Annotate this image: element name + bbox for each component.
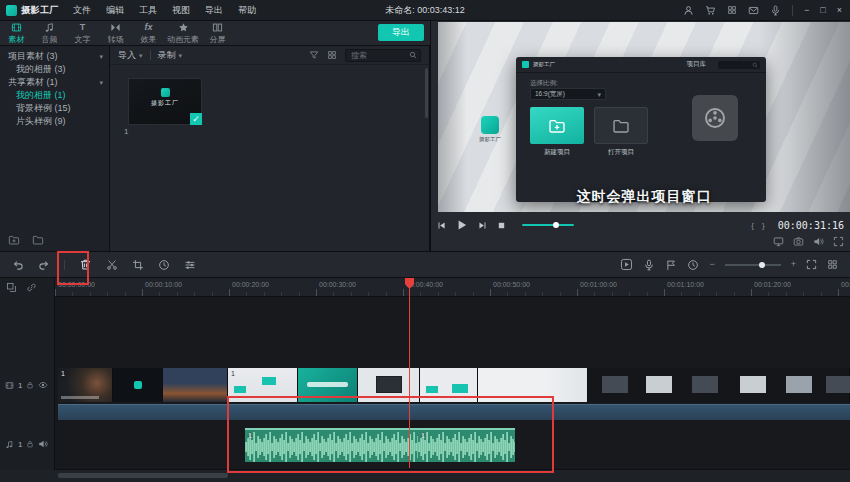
tab-splitscreen[interactable]: 分屏: [201, 22, 234, 45]
track-number: 1: [18, 381, 22, 390]
timeline-clip[interactable]: [358, 368, 420, 402]
eye-icon[interactable]: [38, 380, 48, 390]
timeline-clip[interactable]: [420, 368, 478, 402]
maximize-button[interactable]: □: [820, 6, 825, 15]
redo-icon[interactable]: [38, 259, 50, 271]
account-icon[interactable]: [683, 5, 694, 16]
sidebar-item-my-album[interactable]: 我的相册 (3): [0, 63, 109, 76]
undo-icon[interactable]: [12, 259, 24, 271]
sidebar-item-shared-media[interactable]: 共享素材 (1) ▾: [0, 76, 109, 89]
play-button[interactable]: [456, 219, 468, 231]
app-logo-icon: [161, 88, 170, 97]
playhead[interactable]: [409, 278, 410, 468]
folder-icon[interactable]: [32, 234, 44, 246]
manage-tracks-icon[interactable]: [6, 282, 17, 293]
check-icon: ✓: [190, 113, 202, 125]
speed-duration-icon[interactable]: [158, 259, 170, 271]
zoom-out-icon[interactable]: −: [709, 260, 714, 269]
speaker-icon[interactable]: [38, 439, 48, 449]
media-clip-thumbnail[interactable]: 摄影工厂 ✓: [128, 78, 202, 125]
volume-slider-handle[interactable]: [553, 222, 559, 228]
volume-slider[interactable]: [522, 224, 574, 226]
timeline-clip[interactable]: [478, 368, 588, 402]
store-cart-icon[interactable]: [705, 5, 716, 16]
timeline-clip[interactable]: 1: [228, 368, 298, 402]
snapshot-camera-icon[interactable]: [793, 236, 804, 247]
project-window-titlebar: 摄影工厂 项目库: [516, 57, 766, 73]
filter-icon[interactable]: [309, 50, 319, 60]
collapsed-track[interactable]: [58, 404, 850, 420]
minimize-button[interactable]: −: [804, 6, 809, 15]
tab-elements[interactable]: 动画元素: [165, 22, 201, 45]
timeline-clip[interactable]: [113, 368, 163, 402]
link-icon[interactable]: [26, 282, 37, 293]
adjust-sliders-icon[interactable]: [184, 259, 196, 271]
display-mode-icon[interactable]: [773, 236, 784, 247]
tab-text[interactable]: T 文字: [66, 22, 99, 45]
scrollbar[interactable]: [425, 68, 428, 118]
audio-clip[interactable]: 1: [418, 428, 515, 462]
app-logo-icon: [481, 116, 499, 134]
search-input[interactable]: [349, 50, 406, 61]
lock-icon[interactable]: [26, 440, 34, 448]
menu-file[interactable]: 文件: [73, 4, 91, 17]
timeline-clip[interactable]: [163, 368, 228, 402]
speaker-icon[interactable]: [813, 236, 824, 247]
timeline-clip[interactable]: [588, 368, 850, 402]
timeline-zoom-slider[interactable]: [725, 264, 781, 266]
lock-icon[interactable]: [26, 381, 34, 389]
menu-view[interactable]: 视图: [172, 4, 190, 17]
marker-flag-icon[interactable]: [665, 259, 677, 271]
app-name: 摄影工厂: [21, 4, 59, 17]
tab-effects[interactable]: fx 效果: [132, 22, 165, 45]
zoom-slider-handle[interactable]: [759, 262, 765, 268]
sidebar-item-my-album-shared[interactable]: 我的相册 (1): [0, 89, 109, 102]
search-box: [718, 61, 760, 69]
mark-in-out-icon[interactable]: { }: [751, 221, 768, 230]
new-folder-icon[interactable]: [8, 234, 20, 246]
audio-track-header: 1: [0, 434, 55, 454]
tab-media[interactable]: 素材: [0, 22, 33, 45]
import-dropdown[interactable]: 导入 ▾: [118, 49, 143, 62]
export-button[interactable]: 导出: [378, 24, 424, 41]
split-scissors-icon[interactable]: [106, 259, 118, 271]
track-number: 1: [18, 440, 22, 449]
sidebar-item-background-samples[interactable]: 背景样例 (15): [0, 102, 109, 115]
feedback-mail-icon[interactable]: [748, 5, 759, 16]
tab-audio[interactable]: 音频: [33, 22, 66, 45]
render-preview-icon[interactable]: [620, 258, 633, 271]
fullscreen-icon[interactable]: [833, 236, 844, 247]
audio-clip[interactable]: 1: [245, 428, 418, 462]
clip-name: 1: [124, 127, 128, 136]
crop-icon[interactable]: [132, 259, 144, 271]
sidebar-item-intro-samples[interactable]: 片头样例 (9): [0, 115, 109, 128]
record-dropdown[interactable]: 录制 ▾: [158, 49, 183, 62]
timeline-clip[interactable]: [298, 368, 358, 402]
zoom-in-icon[interactable]: +: [791, 260, 796, 269]
grid-view-icon[interactable]: [327, 50, 337, 60]
delete-trash-icon[interactable]: [79, 258, 92, 271]
tab-transition[interactable]: 转场: [99, 22, 132, 45]
layout-icon[interactable]: [727, 5, 737, 15]
sidebar-item-project-media[interactable]: 项目素材 (3) ▾: [0, 50, 109, 63]
video-track-header: 1: [0, 375, 55, 395]
voiceover-mic-icon[interactable]: [643, 259, 655, 271]
timeline-clip[interactable]: 1: [58, 368, 113, 402]
timeline-ruler[interactable]: 00:00:00:00 00:00:10:00 00:00:20:00 00:0…: [55, 278, 850, 297]
next-frame-button[interactable]: [478, 221, 487, 230]
menu-edit[interactable]: 编辑: [106, 4, 124, 17]
stop-button[interactable]: [497, 221, 506, 230]
effects-icon: fx: [144, 22, 152, 33]
desktop-shortcut: 摄影工厂: [468, 116, 512, 143]
timer-icon[interactable]: [687, 259, 699, 271]
close-button[interactable]: ×: [837, 6, 842, 15]
timeline-horizontal-scrollbar[interactable]: [58, 473, 228, 478]
menu-export[interactable]: 导出: [205, 4, 223, 17]
menu-help[interactable]: 帮助: [238, 4, 256, 17]
menu-tools[interactable]: 工具: [139, 4, 157, 17]
mic-icon[interactable]: [770, 5, 781, 16]
fit-timeline-icon[interactable]: [806, 259, 817, 270]
track-view-icon[interactable]: [827, 259, 838, 270]
previous-frame-button[interactable]: [437, 221, 446, 230]
search-box[interactable]: [345, 49, 421, 62]
